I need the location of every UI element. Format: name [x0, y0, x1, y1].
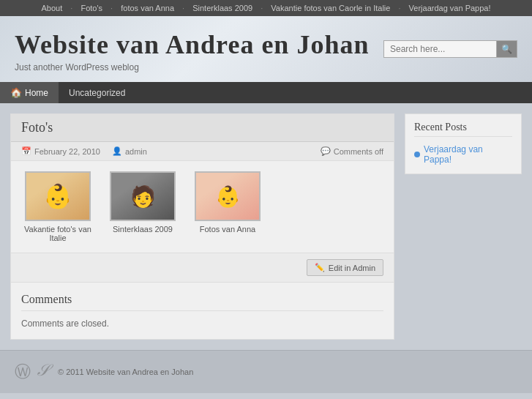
- nav-home-label: Home: [25, 88, 48, 98]
- edit-in-admin-button[interactable]: ✏️ Edit in Admin: [307, 259, 383, 276]
- edit-pencil-icon: ✏️: [315, 263, 325, 272]
- home-icon: 🏠: [10, 87, 22, 98]
- comment-icon: 💬: [321, 146, 331, 156]
- gallery-thumb-fotos: [195, 171, 261, 221]
- topnav-sep3: ·: [182, 4, 184, 12]
- comments-status: 💬 Comments off: [321, 146, 383, 156]
- sidebar: Recent Posts Verjaardag van Pappa!: [405, 113, 522, 340]
- topnav-fotos-anna[interactable]: fotos van Anna: [121, 4, 174, 12]
- nav-uncategorized-label: Uncategorized: [69, 88, 125, 98]
- post-header: Foto's: [11, 114, 394, 142]
- comments-status-value: Comments off: [334, 147, 383, 156]
- post-date-value: February 22, 2010: [34, 147, 100, 156]
- calendar-icon: 📅: [21, 146, 31, 156]
- gallery-item-vakantie[interactable]: Vakantie foto's van Italie: [21, 171, 94, 242]
- topnav-sep5: ·: [398, 4, 400, 12]
- recent-posts-title: Recent Posts: [414, 122, 512, 137]
- nav-uncategorized[interactable]: Uncategorized: [59, 83, 135, 103]
- thumb-image-sinterklaas: [111, 173, 174, 220]
- edit-bar: ✏️ Edit in Admin: [11, 253, 394, 282]
- gallery-item-fotos[interactable]: Fotos van Anna: [191, 171, 264, 242]
- topnav-verjaardag[interactable]: Verjaardag van Pappa!: [409, 4, 491, 12]
- topnav-sep1: ·: [70, 4, 72, 12]
- gallery-thumb-vakantie: [25, 171, 91, 221]
- main-column: Foto's 📅 February 22, 2010 👤 admin 💬 Com…: [10, 113, 394, 340]
- post-author-value: admin: [125, 147, 147, 156]
- gallery-label-fotos: Fotos van Anna: [200, 225, 255, 234]
- topnav-sep2: ·: [110, 4, 113, 12]
- gallery: Vakantie foto's van Italie Sinterklaas 2…: [11, 161, 394, 253]
- gallery-item-sinterklaas[interactable]: Sinterklaas 2009: [106, 171, 179, 242]
- post-title: Foto's: [21, 120, 383, 135]
- recent-post-label: Verjaardag van Pappa!: [424, 144, 512, 165]
- comments-closed-message: Comments are closed.: [21, 318, 383, 329]
- search-input[interactable]: [383, 40, 497, 58]
- edit-btn-label: Edit in Admin: [329, 264, 375, 272]
- post-meta: 📅 February 22, 2010 👤 admin 💬 Comments o…: [11, 142, 394, 161]
- site-tagline: Just another WordPress weblog: [15, 62, 517, 72]
- thumb-image-fotos: [196, 173, 259, 220]
- post-date: 📅 February 22, 2010: [21, 146, 100, 156]
- topnav-about[interactable]: About: [41, 4, 62, 12]
- thumb-image-vakantie: [26, 173, 89, 220]
- gallery-label-sinterklaas: Sinterklaas 2009: [113, 225, 173, 234]
- comments-section: Comments Comments are closed.: [11, 282, 394, 339]
- s-icon: 𝒮: [37, 361, 48, 383]
- search-box[interactable]: 🔍: [383, 40, 517, 58]
- wordpress-icon: Ⓦ: [15, 361, 31, 383]
- search-button[interactable]: 🔍: [497, 40, 517, 58]
- comments-title: Comments: [21, 293, 383, 311]
- topnav-sinterklaas[interactable]: Sinterklaas 2009: [192, 4, 252, 12]
- recent-post-verjaardag[interactable]: Verjaardag van Pappa!: [414, 143, 512, 166]
- topnav-fotos[interactable]: Foto's: [80, 4, 102, 12]
- nav-home[interactable]: 🏠 Home: [0, 82, 59, 103]
- footer-copyright: © 2011 Website van Andrea en Johan: [58, 368, 193, 376]
- topnav-vakantie[interactable]: Vakantie fotos van Caorle in Italie: [271, 4, 390, 12]
- site-header: Website van Andrea en Johan Just another…: [0, 16, 532, 82]
- user-icon: 👤: [112, 146, 122, 156]
- recent-post-bullet-icon: [414, 152, 420, 157]
- site-footer: Ⓦ 𝒮 © 2011 Website van Andrea en Johan: [0, 350, 532, 393]
- topnav-sep4: ·: [261, 4, 263, 12]
- content-wrapper: Foto's 📅 February 22, 2010 👤 admin 💬 Com…: [0, 103, 532, 350]
- main-navigation: 🏠 Home Uncategorized: [0, 82, 532, 103]
- gallery-label-vakantie: Vakantie foto's van Italie: [21, 225, 94, 242]
- gallery-thumb-sinterklaas: [110, 171, 176, 221]
- recent-posts-widget: Recent Posts Verjaardag van Pappa!: [405, 113, 522, 174]
- top-navigation: About · Foto's · fotos van Anna · Sinter…: [0, 0, 532, 16]
- footer-icons: Ⓦ 𝒮: [15, 361, 48, 383]
- post-author: 👤 admin: [112, 146, 147, 156]
